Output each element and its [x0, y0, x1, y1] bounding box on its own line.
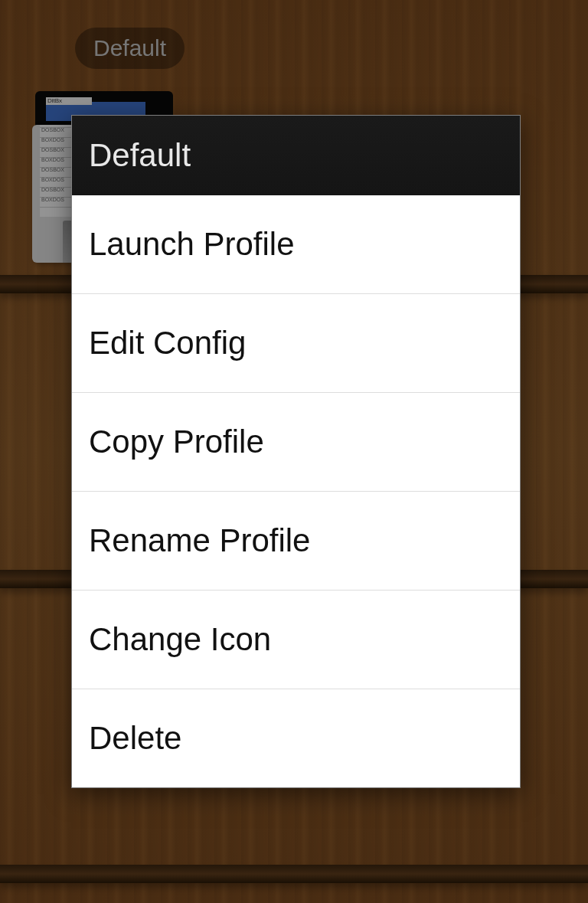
menu-item-copy-profile[interactable]: Copy Profile [72, 393, 520, 492]
menu-item-rename-profile[interactable]: Rename Profile [72, 492, 520, 591]
menu-item-launch-profile[interactable]: Launch Profile [72, 195, 520, 294]
context-menu-dialog: Default Launch Profile Edit Config Copy … [71, 115, 521, 788]
menu-item-delete[interactable]: Delete [72, 689, 520, 787]
menu-item-edit-config[interactable]: Edit Config [72, 294, 520, 393]
dialog-title: Default [72, 116, 520, 195]
menu-item-change-icon[interactable]: Change Icon [72, 591, 520, 689]
